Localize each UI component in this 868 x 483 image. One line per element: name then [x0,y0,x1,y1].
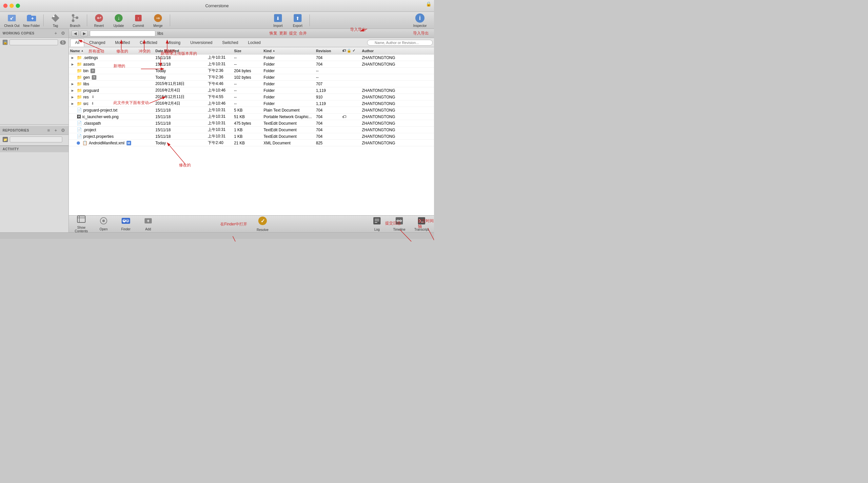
update-action[interactable]: 更新 [279,30,287,36]
file-icon: 📄 [77,108,82,113]
commit-action[interactable]: 提交 [289,30,297,36]
table-row[interactable]: ▶ 📁 .settings 15/11/18 上午10:31 -- Folder… [69,54,434,61]
col-header-revision[interactable]: Revision [315,49,341,53]
working-copy-settings-button[interactable]: ⚙ [60,30,66,36]
update-indicator: ⬇ [91,102,94,106]
import-icon: ⬇ [273,13,283,23]
table-row[interactable]: ▶ 📁 src ⬇ 2016年2月4日 上午10:46 -- Folder 1,… [69,101,434,107]
row-kind: TextEdit Document [262,127,315,132]
row-revision: 704 [315,134,341,139]
merge-action[interactable]: 合并 [299,30,307,36]
row-author: ZHANTONGTONG [361,55,434,60]
row-size: 475 bytes [233,121,262,126]
open-button[interactable]: Open [94,217,114,232]
tab-switched[interactable]: Switched [217,39,243,47]
table-row[interactable]: ▶ 📁 libs 2015年11月18日 下午4:46 -- Folder 70… [69,81,434,87]
table-row[interactable]: 📋 AndroidManifest.xml M Today 下午2:40 21 … [69,140,434,146]
export-button[interactable]: ⬆ Export [288,13,307,28]
table-row[interactable]: 📁 bin ? Today 下午2:36 204 bytes Folder -- [69,67,434,74]
transcript-button[interactable]: Transcript [412,217,431,232]
tab-modified[interactable]: Modified [110,39,135,47]
row-time: 上午10:31 [207,134,233,139]
import-export-action[interactable]: 导入导出 [413,30,429,36]
search-input[interactable] [367,40,433,46]
col-header-name[interactable]: Name ▲ [69,49,154,53]
folder-icon: 📁 [77,68,82,73]
import-label: Import [273,24,283,28]
row-kind: Folder [262,102,315,106]
row-author: ZHANTONGTONG [361,121,434,126]
commit-button[interactable]: ↑ Commit [129,13,148,28]
finder-button[interactable]: Finder [116,217,136,232]
resolve-button[interactable]: ✓ Resolve [253,217,272,232]
tab-locked[interactable]: Locked [243,39,266,47]
expand-arrow: ▶ [71,56,75,59]
minimize-button[interactable] [9,4,14,8]
tag-button[interactable]: Tag [46,13,65,28]
add-working-copy-button[interactable]: + [53,30,59,36]
row-author: ZHANTONGTONG [361,62,434,66]
repo-settings-button[interactable]: ⚙ [60,127,66,133]
row-name: .project [83,127,96,132]
tabs-bar: All Changed Modified Conflicted Missing … [69,38,434,47]
table-row[interactable]: 📄 .classpath 15/11/18 上午10:31 475 bytes … [69,120,434,127]
transcript-icon [417,217,426,227]
forward-button[interactable]: ▶ [81,30,88,36]
add-button[interactable]: + Add [138,217,158,232]
branch-button[interactable]: Branch [66,13,84,28]
row-time: 下午2:36 [207,68,233,74]
sidebar: WORKING COPIES + ⚙ 🔒 5 REPOSITORIES ≡ [0,29,69,232]
revert-button[interactable]: ↩ Revert [90,13,108,28]
working-copy-input[interactable] [9,39,58,45]
add-repo-button[interactable]: + [53,127,59,133]
tab-missing[interactable]: Missing [162,39,186,47]
repos-collapse-button[interactable]: ≡ [45,127,52,133]
checkout-button[interactable]: ↙ Check Out [3,13,21,28]
newfolder-button[interactable]: + New Folder [22,13,41,28]
timeline-button[interactable]: Timeline [390,217,409,232]
table-row[interactable]: ▶ 📁 res ⬇ 2015年12月11日 下午4:55 -- Folder 9… [69,94,434,101]
close-button[interactable] [3,4,7,8]
row-kind: Folder [262,55,315,60]
revert-action[interactable]: 恢复 [270,30,277,36]
log-button[interactable]: Log [367,217,387,232]
newfolder-icon: + [26,13,37,23]
tab-all[interactable]: All [70,39,84,47]
col-header-kind[interactable]: Kind ▲ [262,49,315,53]
table-row[interactable]: 📄 .project 15/11/18 上午10:31 1 KB TextEdi… [69,127,434,133]
repo-item[interactable]: 📁 [0,135,68,144]
table-row[interactable]: ▶ 📁 proguard 2016年2月4日 上午10:46 -- Folder… [69,87,434,94]
svg-text:+: + [147,218,150,223]
table-row[interactable]: 🖼 ic_launcher-web.png 15/11/18 上午10:31 5… [69,114,434,120]
tag-icon [50,13,61,23]
row-author: ZHANTONGTONG [361,102,434,106]
table-row[interactable]: 📁 gen ? Today 下午2:36 102 bytes Folder -- [69,74,434,81]
inspector-button[interactable]: i Inspector [408,13,431,28]
table-row[interactable]: 📄 project.properties 15/11/18 上午10:31 1 … [69,133,434,140]
path-input[interactable] [90,30,155,36]
row-kind: TextEdit Document [262,134,315,139]
show-contents-button[interactable]: Show Contents [71,217,91,232]
merge-button[interactable]: ⇒ Merge [149,13,167,28]
row-name: project.properties [83,134,114,139]
table-row[interactable]: 📄 proguard-project.txt 15/11/18 上午10:31 … [69,107,434,114]
tab-conflicted[interactable]: Conflicted [135,39,162,47]
col-header-size: Size [233,49,262,53]
update-button[interactable]: ↓ Update [110,13,128,28]
row-name: src [83,102,89,106]
maximize-button[interactable] [16,4,20,8]
main-layout: WORKING COPIES + ⚙ 🔒 5 REPOSITORIES ≡ [0,29,434,232]
row-time: 上午10:31 [207,55,233,60]
working-copy-item[interactable]: 🔒 5 [0,38,68,47]
back-button[interactable]: ◀ [71,30,79,36]
tab-changed[interactable]: Changed [84,39,110,47]
app-window: Cornerstone 🔒 ↙ Check Out + New Folder [0,0,434,242]
import-button[interactable]: ⬇ Import [269,13,287,28]
repo-input[interactable] [10,137,62,142]
row-kind: Folder [262,75,315,80]
col-header-date[interactable]: Date Modified [154,49,207,53]
table-row[interactable]: ▶ 📁 assets 15/11/18 上午10:31 -- Folder 70… [69,61,434,67]
svg-point-58 [400,220,402,222]
tab-unversioned[interactable]: Unversioned [185,39,217,47]
folder-icon: 📁 [77,75,82,80]
